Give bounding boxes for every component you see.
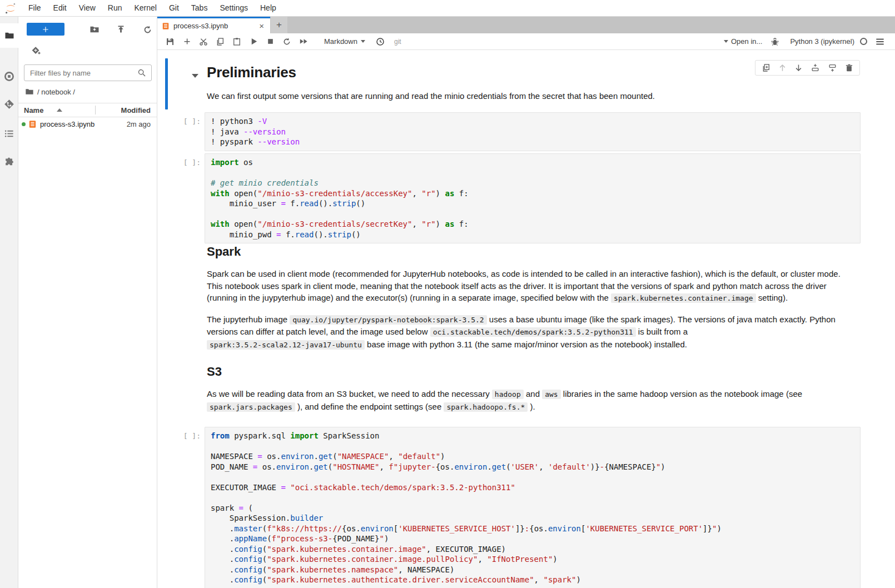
refresh-files-button[interactable] — [142, 24, 153, 35]
move-cell-up-button[interactable] — [778, 63, 787, 72]
breadcrumb[interactable]: / notebook / — [25, 87, 75, 96]
sidebar-item-git[interactable] — [0, 92, 18, 116]
menubar-item-run[interactable]: Run — [102, 0, 128, 16]
file-modified: 2m ago — [127, 120, 157, 128]
markdown-cell-spark[interactable]: Spark Spark can be used in client mode (… — [157, 245, 895, 361]
interrupt-kernel-button[interactable] — [263, 35, 277, 48]
duplicate-icon — [762, 63, 770, 72]
duplicate-cell-button[interactable] — [762, 63, 770, 72]
new-launcher-button[interactable] — [27, 23, 64, 36]
restart-kernel-button[interactable] — [280, 35, 294, 48]
stop-icon — [267, 38, 274, 45]
new-tab-button[interactable]: + — [271, 17, 287, 33]
new-folder-icon — [90, 24, 100, 34]
cell-prompt: [ ]: — [157, 158, 201, 167]
cell-toolbar — [755, 60, 860, 76]
file-browser-toolbar — [18, 17, 157, 43]
puzzle-icon — [4, 157, 14, 168]
file-browser-panel: / notebook / Name Modified process-s3.ip… — [18, 17, 157, 588]
move-cell-down-button[interactable] — [794, 63, 803, 72]
breadcrumb-path[interactable]: / notebook / — [37, 88, 75, 96]
insert-cell-below-button[interactable] — [828, 63, 837, 72]
sidebar-item-table-of-contents[interactable] — [0, 121, 18, 146]
tab-process-s3[interactable]: process-s3.ipynb × — [157, 17, 270, 33]
heading-collapser-icon[interactable] — [192, 74, 198, 78]
insert-cell-above-button[interactable] — [811, 63, 820, 72]
menubar: File Edit View Run Kernel Git Tabs Setti… — [0, 0, 895, 17]
tab-title: process-s3.ipynb — [173, 22, 253, 30]
menubar-item-file[interactable]: File — [22, 0, 47, 16]
save-button[interactable] — [163, 35, 177, 48]
cell-type-dropdown[interactable]: Markdown — [321, 36, 369, 47]
paste-cells-button[interactable] — [230, 35, 244, 48]
column-header-modified[interactable]: Modified — [96, 106, 157, 114]
home-folder-icon — [25, 87, 34, 96]
search-icon — [137, 68, 151, 77]
file-list-header: Name Modified — [18, 103, 157, 117]
copy-icon — [216, 37, 225, 46]
code-editor[interactable]: from pyspark.sql import SparkSession NAM… — [205, 427, 861, 588]
menubar-item-view[interactable]: View — [73, 0, 102, 16]
chevron-down-icon — [724, 40, 728, 43]
notebook-file-icon — [28, 120, 37, 128]
file-row-process-s3[interactable]: process-s3.ipynb 2m ago — [18, 117, 157, 131]
delete-cell-button[interactable] — [845, 63, 853, 72]
notebook-content: Preliminaries We can first output some v… — [157, 50, 895, 588]
sort-ascending-icon — [57, 108, 62, 112]
plus-icon — [183, 37, 191, 46]
file-list: process-s3.ipynb 2m ago — [18, 117, 157, 131]
jupyter-logo-icon — [4, 2, 17, 14]
refresh-icon — [143, 25, 152, 34]
insert-below-icon — [828, 63, 837, 72]
open-in-dropdown[interactable]: Open in... — [724, 37, 762, 46]
menubar-item-settings[interactable]: Settings — [213, 0, 254, 16]
kernel-name-button[interactable]: Python 3 (ipykernel) — [790, 37, 854, 46]
toolbar-overflow-menu-button[interactable] — [873, 35, 887, 48]
menubar-item-help[interactable]: Help — [254, 0, 282, 16]
kernel-status-icon[interactable] — [860, 38, 867, 45]
code-editor[interactable]: import os # get minio credentialswith op… — [205, 153, 861, 243]
debugger-button[interactable] — [768, 35, 782, 48]
selected-cell-bar[interactable] — [165, 58, 168, 109]
menubar-item-git[interactable]: Git — [163, 0, 185, 16]
fast-forward-icon — [299, 37, 309, 46]
section-title-s3: S3 — [207, 365, 842, 379]
markdown-cell-s3[interactable]: S3 As we will be reading data from an S3… — [157, 365, 895, 423]
git-status-label: git — [394, 38, 401, 46]
plus-icon — [42, 26, 49, 33]
hamburger-icon — [876, 38, 884, 46]
toolbar-right-group: Open in... Python 3 (ipykernel) — [724, 35, 889, 48]
execution-time-button[interactable] — [373, 35, 387, 48]
menubar-item-kernel[interactable]: Kernel — [128, 0, 162, 16]
sidebar-item-file-browser[interactable] — [0, 23, 18, 48]
column-header-name[interactable]: Name — [18, 106, 95, 114]
code-editor[interactable]: ! python3 -V! java --version! pyspark --… — [205, 112, 861, 151]
paste-icon — [232, 37, 241, 46]
tab-close-icon[interactable]: × — [257, 21, 266, 31]
bug-icon — [770, 37, 779, 46]
menubar-item-tabs[interactable]: Tabs — [185, 0, 214, 16]
trash-icon — [845, 63, 853, 72]
notebook-toolbar: Markdown git Open in... Python 3 ( — [157, 33, 895, 50]
filter-files-input[interactable] — [24, 69, 137, 77]
file-open-dot — [22, 122, 26, 126]
run-cell-button[interactable] — [246, 35, 261, 48]
new-folder-button[interactable] — [89, 24, 100, 35]
sidebar-icon-strip — [0, 17, 18, 588]
clock-icon — [376, 37, 385, 46]
tab-bar: process-s3.ipynb × + — [157, 17, 895, 33]
file-name: process-s3.ipynb — [40, 120, 127, 128]
cut-cells-button[interactable] — [196, 35, 211, 48]
git-clone-button[interactable] — [32, 46, 43, 57]
copy-cells-button[interactable] — [213, 35, 227, 48]
sidebar-item-extension-manager[interactable] — [0, 150, 18, 175]
menubar-item-edit[interactable]: Edit — [47, 0, 73, 16]
sidebar-item-running-sessions[interactable] — [0, 64, 18, 88]
insert-cell-button[interactable] — [180, 35, 194, 48]
folder-icon — [4, 31, 14, 41]
upload-button[interactable] — [115, 24, 126, 35]
restart-run-all-button[interactable] — [296, 35, 311, 48]
section-title-preliminaries: Preliminaries — [207, 64, 842, 81]
save-icon — [166, 37, 175, 46]
git-clone-icon — [32, 46, 41, 55]
